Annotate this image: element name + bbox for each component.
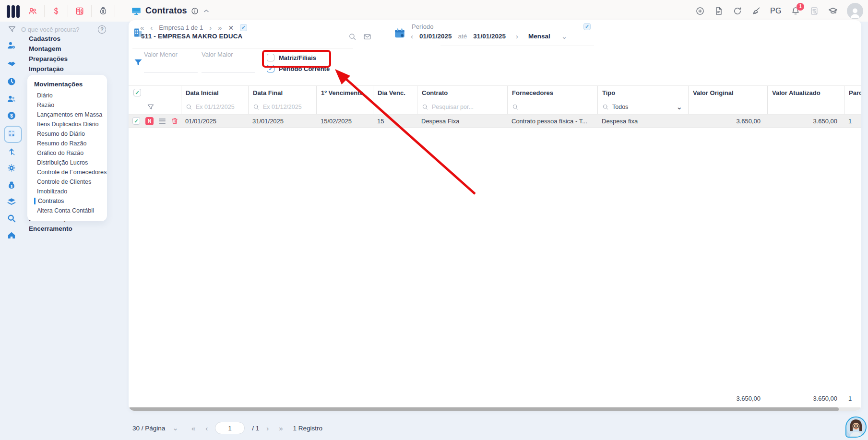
scrollbar-thumb[interactable]	[129, 407, 839, 411]
sidebar-item-montagem[interactable]: Montagem	[29, 46, 68, 52]
company-first-icon[interactable]: «	[140, 24, 144, 31]
user-avatar[interactable]	[847, 3, 863, 19]
search-rail-icon[interactable]	[7, 214, 16, 223]
period-start-date[interactable]: 01/01/2025	[419, 33, 452, 40]
clock-icon[interactable]	[7, 77, 16, 86]
submenu-item-razao[interactable]: Razão	[27, 100, 107, 110]
submenu-item-contratos[interactable]: Contratos	[27, 196, 107, 206]
filter-data-final-input[interactable]	[263, 104, 306, 110]
matriz-filiais-checkbox[interactable]	[267, 54, 274, 61]
period-mode-chevron-down-icon[interactable]: ⌄	[561, 33, 568, 40]
collapse-chevron-up-icon[interactable]	[202, 7, 210, 15]
refresh-icon[interactable]	[733, 6, 742, 16]
periodo-corrente-checkbox[interactable]	[267, 65, 274, 72]
period-next-icon[interactable]: ›	[516, 33, 518, 40]
sidebar-item-movimentacoes[interactable]: Movimentações	[27, 80, 107, 91]
notifications-bell-icon[interactable]: 1	[791, 6, 800, 16]
submenu-item-resumo-do-diario[interactable]: Resumo do Diário	[27, 129, 107, 139]
submenu-item-controle-de-clientes[interactable]: Controle de Clientes	[27, 177, 107, 187]
audit-log-icon[interactable]	[809, 6, 819, 16]
company-search-icon[interactable]	[348, 33, 357, 41]
graduation-cap-icon[interactable]	[828, 6, 838, 16]
period-checkbox[interactable]	[583, 23, 591, 30]
app-logo[interactable]	[7, 4, 20, 18]
trending-up-icon[interactable]	[7, 146, 16, 156]
sidebar-item-importacao[interactable]: Importação	[29, 66, 68, 72]
col-parc[interactable]: Parc	[844, 86, 861, 99]
help-icon[interactable]: ?	[98, 25, 106, 34]
submenu-item-imobilizado[interactable]: Imobilizado	[27, 187, 107, 196]
row-filter-icon[interactable]	[147, 103, 155, 111]
sidebar-item-cadastros[interactable]: Cadastros	[29, 36, 68, 42]
page-size-chevron-down-icon[interactable]: ⌄	[172, 424, 178, 432]
company-clear-icon[interactable]: ✕	[228, 24, 234, 31]
money-bag-module-icon[interactable]	[98, 6, 108, 16]
company-prev-icon[interactable]: ‹	[150, 24, 153, 31]
document-icon[interactable]	[714, 6, 724, 16]
gear-icon[interactable]	[7, 163, 16, 173]
row-checkbox[interactable]	[132, 117, 140, 125]
submenu-item-resumo-do-razao[interactable]: Resumo do Razão	[27, 139, 107, 148]
valor-maior-field[interactable]: Valor Maior	[202, 51, 255, 58]
add-circle-icon[interactable]	[695, 6, 705, 16]
submenu-item-altera-conta-contabil[interactable]: Altera Conta Contábil	[27, 206, 107, 215]
submenu-item-itens-duplicados-diario[interactable]: Itens Duplicados Diário	[27, 119, 107, 129]
dollar-module-icon[interactable]	[51, 6, 61, 16]
col-contrato[interactable]: Contrato	[417, 86, 507, 99]
col-valor-original[interactable]: Valor Original	[688, 86, 767, 99]
col-primeiro-vencimento[interactable]: 1º Vencimento	[316, 86, 373, 99]
company-last-icon[interactable]: »	[218, 24, 222, 31]
prev-page-icon[interactable]: ‹	[205, 424, 208, 432]
submenu-item-grafico-do-razao[interactable]: Gráfico do Razão	[27, 148, 107, 158]
col-data-final[interactable]: Data Final	[248, 86, 316, 99]
next-page-icon[interactable]: ›	[266, 424, 269, 432]
submenu-item-controle-de-fornecedores[interactable]: Controle de Fornecedores	[27, 167, 107, 177]
people-module-icon[interactable]	[28, 6, 37, 16]
broom-icon[interactable]	[751, 6, 761, 16]
current-page-input[interactable]	[215, 422, 245, 434]
people-icon[interactable]	[7, 94, 16, 104]
calculator-icon[interactable]: +−×=	[7, 129, 16, 138]
col-dia-venc[interactable]: Dia Venc.	[373, 86, 417, 99]
filter-icon[interactable]	[8, 25, 16, 34]
period-mode-select[interactable]: Mensal	[528, 33, 550, 40]
tipo-chevron-down-icon[interactable]: ⌄	[676, 103, 682, 110]
pg-module-label[interactable]: PG	[770, 7, 782, 15]
col-fornecedores[interactable]: Fornecedores	[507, 86, 597, 99]
row-delete-icon[interactable]	[171, 117, 178, 125]
money-bag-icon[interactable]: $	[7, 180, 16, 190]
page-size-select[interactable]: 30 / Página	[132, 425, 165, 432]
submenu-item-lancamentos-em-massa[interactable]: Lançamentos em Massa	[27, 110, 107, 119]
layers-icon[interactable]	[7, 197, 16, 206]
filter-data-inicial-input[interactable]	[196, 104, 239, 110]
col-tipo[interactable]: Tipo	[597, 86, 688, 99]
submenu-item-diario[interactable]: Diário	[27, 91, 107, 100]
tipo-select[interactable]: Todos	[612, 104, 628, 110]
sidebar-item-encerramento[interactable]: Encerramento	[29, 226, 77, 232]
select-all-checkbox[interactable]	[133, 89, 141, 96]
first-page-icon[interactable]: «	[191, 424, 195, 432]
submenu-item-distribuicao-lucros[interactable]: Distribuição Lucros	[27, 158, 107, 167]
table-row[interactable]: N 01/01/2025 31/01/2025 15/02/2025 15 De…	[129, 115, 861, 128]
dollar-circle-icon[interactable]: $	[7, 111, 16, 120]
info-icon[interactable]	[191, 7, 199, 15]
valor-menor-field[interactable]: Valor Menor	[144, 51, 198, 58]
last-page-icon[interactable]: »	[279, 424, 283, 432]
horizontal-scrollbar[interactable]	[129, 407, 861, 411]
calc-grid-module-icon[interactable]	[75, 6, 84, 16]
sidebar-search-input[interactable]	[21, 26, 93, 33]
col-data-inicial[interactable]: Data Inicial	[181, 86, 248, 99]
filter-contrato-input[interactable]	[432, 104, 475, 110]
home-icon[interactable]	[7, 230, 16, 240]
company-checkbox[interactable]	[240, 24, 247, 31]
company-mail-icon[interactable]	[363, 33, 371, 41]
company-next-icon[interactable]: ›	[209, 24, 212, 31]
col-valor-atualizado[interactable]: Valor Atualizado	[767, 86, 844, 99]
handshake-icon[interactable]	[7, 59, 16, 69]
support-chat-avatar[interactable]	[845, 416, 867, 438]
person-gear-icon[interactable]	[7, 41, 16, 50]
period-prev-icon[interactable]: ‹	[411, 33, 413, 40]
row-menu-icon[interactable]	[159, 119, 166, 124]
sidebar-item-preparacoes[interactable]: Preparações	[29, 56, 68, 62]
period-end-date[interactable]: 31/01/2025	[473, 33, 506, 40]
